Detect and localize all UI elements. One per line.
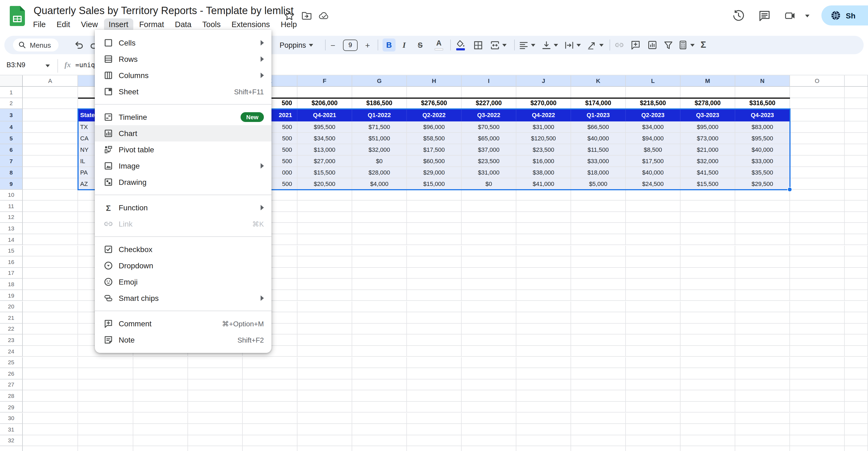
cell-D31[interactable] xyxy=(188,424,243,435)
cell-O31[interactable] xyxy=(790,424,845,435)
cell-E29[interactable] xyxy=(243,402,298,413)
cell-M29[interactable] xyxy=(681,402,735,413)
cell-L7[interactable]: $17,500 xyxy=(626,155,681,167)
cell-O30[interactable] xyxy=(790,413,845,424)
row-header-12[interactable]: 12 xyxy=(0,212,23,223)
row-header-31[interactable]: 31 xyxy=(0,424,23,435)
cell-A25[interactable] xyxy=(23,357,78,368)
row-header-partial[interactable] xyxy=(0,446,23,451)
row-header-30[interactable]: 30 xyxy=(0,413,23,424)
insert-menu-item-cells[interactable]: Cells xyxy=(95,35,272,51)
cell-H27[interactable] xyxy=(407,379,462,390)
cell-G27[interactable] xyxy=(352,379,407,390)
cell-L4[interactable]: $34,000 xyxy=(626,121,681,132)
cell-M7[interactable]: $32,000 xyxy=(681,155,735,167)
cell-G22[interactable] xyxy=(352,323,407,334)
column-header-M[interactable]: M xyxy=(681,76,735,87)
cell-M6[interactable]: $21,000 xyxy=(681,144,735,155)
cell-N22[interactable] xyxy=(735,323,790,334)
cell-B28[interactable] xyxy=(78,391,133,402)
cell-J3[interactable]: Q4-2022 xyxy=(516,109,571,121)
cell-O9[interactable] xyxy=(790,178,845,189)
cell-I25[interactable] xyxy=(462,357,516,368)
insert-menu-item-timeline[interactable]: TimelineNew xyxy=(95,109,272,125)
cell-P13[interactable] xyxy=(845,223,868,234)
cell-J30[interactable] xyxy=(516,413,571,424)
cell-J8[interactable]: $38,000 xyxy=(516,167,571,178)
cell-L26[interactable] xyxy=(626,368,681,379)
font-family-selector[interactable]: Poppins xyxy=(280,36,313,54)
cell-I2[interactable]: $227,000 xyxy=(462,98,516,109)
vertical-align-button[interactable] xyxy=(542,36,558,54)
cell-A27[interactable] xyxy=(23,379,78,390)
cell-I10[interactable] xyxy=(462,189,516,201)
cell-M4[interactable]: $95,000 xyxy=(681,121,735,132)
cell-P4[interactable] xyxy=(845,121,868,132)
row-header-5[interactable]: 5 xyxy=(0,132,23,144)
cell-K16[interactable] xyxy=(571,257,626,268)
fill-color-button[interactable] xyxy=(456,36,465,54)
cell-P12[interactable] xyxy=(845,212,868,223)
cell-I13[interactable] xyxy=(462,223,516,234)
cell-H4[interactable]: $96,000 xyxy=(407,121,462,132)
cell-O17[interactable] xyxy=(790,268,845,279)
cell-H31[interactable] xyxy=(407,424,462,435)
column-header-J[interactable]: J xyxy=(516,76,571,87)
cell-A29[interactable] xyxy=(23,402,78,413)
cell-O19[interactable] xyxy=(790,290,845,301)
cell-K27[interactable] xyxy=(571,379,626,390)
cell-I8[interactable]: $31,000 xyxy=(462,167,516,178)
cell-J20[interactable] xyxy=(516,301,571,312)
insert-comment-button[interactable] xyxy=(631,36,641,54)
cell-M25[interactable] xyxy=(681,357,735,368)
row-header-6[interactable]: 6 xyxy=(0,144,23,155)
cell-N31[interactable] xyxy=(735,424,790,435)
cell-N13[interactable] xyxy=(735,223,790,234)
insert-menu-item-chart[interactable]: Chart xyxy=(95,125,272,142)
cell-K7[interactable]: $33,000 xyxy=(571,155,626,167)
cell-M13[interactable] xyxy=(681,223,735,234)
cell-P2[interactable] xyxy=(845,98,868,109)
cell-I12[interactable] xyxy=(462,212,516,223)
cell-O28[interactable] xyxy=(790,391,845,402)
cell-I6[interactable]: $37,000 xyxy=(462,144,516,155)
cell-O7[interactable] xyxy=(790,155,845,167)
cell-G5[interactable]: $51,000 xyxy=(352,132,407,144)
cell-A13[interactable] xyxy=(23,223,78,234)
cell-P1[interactable] xyxy=(845,87,868,98)
cell-L20[interactable] xyxy=(626,301,681,312)
italic-button[interactable]: I xyxy=(403,36,406,54)
cell-N21[interactable] xyxy=(735,312,790,323)
cell-I28[interactable] xyxy=(462,391,516,402)
cell-A3[interactable] xyxy=(23,109,78,121)
cell-M3[interactable]: Q3-2023 xyxy=(681,109,735,121)
cell-H25[interactable] xyxy=(407,357,462,368)
cell-G32[interactable] xyxy=(352,435,407,446)
cell-P26[interactable] xyxy=(845,368,868,379)
cell-M32[interactable] xyxy=(681,435,735,446)
cell-C32[interactable] xyxy=(133,435,188,446)
menubar-item-help[interactable]: Help xyxy=(276,19,302,32)
cell-M31[interactable] xyxy=(681,424,735,435)
cell-A17[interactable] xyxy=(23,268,78,279)
cell-F18[interactable] xyxy=(298,279,352,290)
cell-G31[interactable] xyxy=(352,424,407,435)
cell-J1[interactable] xyxy=(516,87,571,98)
cell-K4[interactable]: $66,500 xyxy=(571,121,626,132)
cell-K32[interactable] xyxy=(571,435,626,446)
cell-N15[interactable] xyxy=(735,245,790,257)
cell-A30[interactable] xyxy=(23,413,78,424)
cell-J14[interactable] xyxy=(516,234,571,245)
row-header-22[interactable]: 22 xyxy=(0,323,23,334)
cell-N29[interactable] xyxy=(735,402,790,413)
version-history-icon[interactable] xyxy=(733,10,744,22)
insert-menu-item-columns[interactable]: Columns xyxy=(95,67,272,84)
meet-video-icon[interactable] xyxy=(784,10,797,22)
column-header-N[interactable]: N xyxy=(735,76,790,87)
cell-J32[interactable] xyxy=(516,435,571,446)
cell-F26[interactable] xyxy=(298,368,352,379)
cell-J4[interactable]: $31,000 xyxy=(516,121,571,132)
cell-F19[interactable] xyxy=(298,290,352,301)
cell-G29[interactable] xyxy=(352,402,407,413)
cell-A32[interactable] xyxy=(23,435,78,446)
